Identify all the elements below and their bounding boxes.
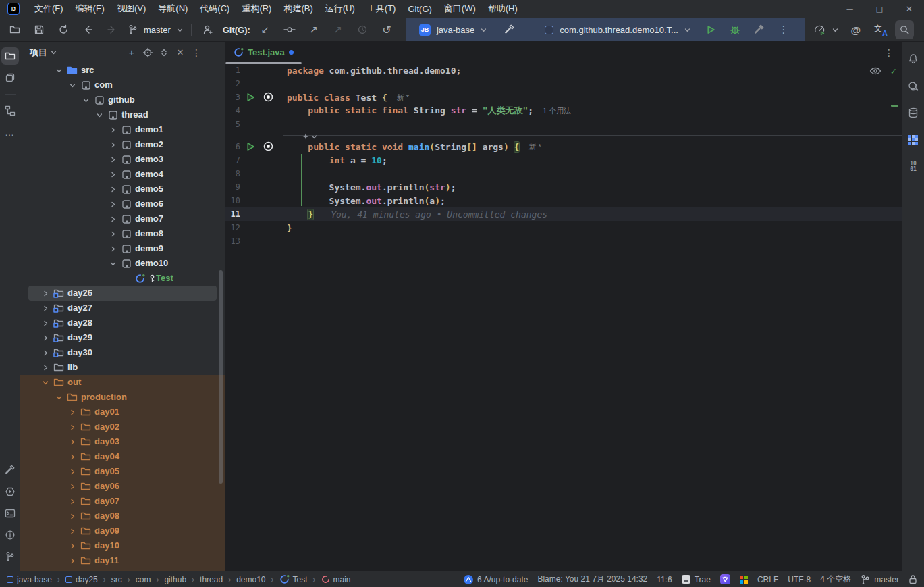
code-vision-hint[interactable]: 新 * [528,142,541,152]
chevron-down-icon[interactable] [51,49,57,55]
annotate-user-icon[interactable] [198,20,217,39]
tree-item-day07[interactable]: day07 [20,494,225,509]
menu-item[interactable]: 视图(V) [111,0,152,18]
locate-file-icon[interactable] [140,45,156,61]
tree-item-day29[interactable]: day29 [20,330,225,345]
chevron-right-icon[interactable] [67,496,77,506]
chevron-right-icon[interactable] [108,140,117,149]
git-branch[interactable]: master [861,574,899,585]
profiler-gauge-icon[interactable] [811,20,830,39]
tree-item-demo7[interactable]: demo7 [20,211,225,226]
line-ending[interactable]: CRLF [757,575,778,584]
tree-item-day26[interactable]: day26 [20,286,225,301]
tree-item-lib[interactable]: lib [20,360,225,375]
vcs-incoming-outgoing[interactable]: 6 Δ/up-to-date [464,575,528,584]
terminal-icon[interactable] [1,505,19,522]
menu-item[interactable]: 编辑(E) [70,0,111,18]
tree-item-day10[interactable]: day10 [20,538,225,553]
breadcrumb-github[interactable]: github [163,575,188,584]
mentions-icon[interactable]: @ [846,20,865,39]
chevron-right-icon[interactable] [40,303,50,313]
add-icon[interactable]: + [124,45,140,61]
settings-gear-icon[interactable]: ⚙ [919,20,924,39]
chevron-right-icon[interactable] [67,556,77,565]
git-rollback-icon[interactable]: ↺ [377,20,396,39]
tree-item-demo1[interactable]: demo1 [20,122,225,137]
run-gutter-icon[interactable] [245,141,256,152]
code-vision-hint[interactable]: 1 个用法 [543,106,571,116]
tree-item-day04[interactable]: day04 [20,449,225,464]
branch-widget[interactable]: master [124,20,187,39]
chevron-right-icon[interactable] [40,363,50,372]
plugin-purple[interactable] [720,574,730,584]
breadcrumb-thread[interactable]: thread [198,575,224,584]
git-push-icon[interactable]: ↗ [304,20,323,39]
menu-item[interactable]: Git(G) [402,0,437,18]
dependencies-icon[interactable] [904,131,922,149]
chevron-down-icon[interactable] [54,392,63,402]
ai-assistant-icon[interactable] [904,77,922,95]
indent[interactable]: 4 个空格 [820,573,851,585]
forward-icon[interactable] [103,20,121,39]
tree-item-day08[interactable]: day08 [20,509,225,524]
tree-item-day03[interactable]: day03 [20,434,225,449]
tree-item-production[interactable]: production [20,390,225,405]
tree-item-demo5[interactable]: demo5 [20,182,225,197]
tree-item-out[interactable]: out [20,375,225,390]
encoding[interactable]: UTF-8 [788,575,811,584]
git-history-icon[interactable] [353,20,372,39]
chevron-right-icon[interactable] [67,511,77,521]
project-selector[interactable]: JB java-base [415,20,491,39]
trae-widget[interactable]: Trae [682,575,711,584]
editor-options-icon[interactable]: ⋮ [884,47,894,58]
breadcrumb-test[interactable]: Test [278,574,309,584]
tree-item-src[interactable]: src [20,63,225,78]
tree-item-day30[interactable]: day30 [20,345,225,360]
run-gutter-icon[interactable] [245,92,256,103]
trae-gutter-icon[interactable] [263,141,273,151]
chevron-right-icon[interactable] [108,244,117,253]
caret-position[interactable]: 11:6 [657,575,672,584]
tree-item-github[interactable]: github [20,93,225,107]
menu-item[interactable]: 窗口(W) [438,0,482,18]
chevron-right-icon[interactable] [40,333,50,342]
translate-icon[interactable]: 文A [871,20,890,39]
tree-item-day11[interactable]: day11 [20,553,225,568]
breadcrumb-main[interactable]: main [320,575,352,584]
tree-item-demo6[interactable]: demo6 [20,197,225,211]
tree-item-day06[interactable]: day06 [20,479,225,494]
blame-widget[interactable]: Blame: You 21 7月 2025 14:32 [537,573,647,585]
chevron-right-icon[interactable] [40,288,50,298]
build-hammer-icon[interactable] [500,20,519,39]
chevron-right-icon[interactable] [40,348,50,357]
collapse-all-icon[interactable]: ✕ [172,45,188,61]
problems-icon[interactable] [1,526,19,544]
project-panel-title[interactable]: 项目 [30,47,47,59]
chevron-right-icon[interactable] [67,422,77,432]
services-icon[interactable] [1,483,19,501]
chevron-down-icon[interactable] [54,66,63,75]
chevron-right-icon[interactable] [108,229,117,238]
chevron-right-icon[interactable] [67,407,77,417]
open-folder-icon[interactable] [5,20,24,39]
menu-item[interactable]: 构建(B) [277,0,319,18]
save-icon[interactable] [30,20,49,39]
tree-item-day27[interactable]: day27 [20,301,225,315]
git-update-icon[interactable]: ↙ [256,20,275,39]
menu-item[interactable]: 导航(N) [152,0,194,18]
menu-item[interactable]: 代码(C) [194,0,236,18]
chevron-down-icon[interactable] [94,110,104,120]
chevron-down-icon[interactable] [832,27,838,33]
tree-item-thread[interactable]: thread [20,107,225,122]
tree-item-demo2[interactable]: demo2 [20,137,225,152]
more-run-options-icon[interactable]: ⋮ [774,20,793,39]
breadcrumb-com[interactable]: com [134,575,153,584]
tree-item-day02[interactable]: day02 [20,419,225,434]
chevron-right-icon[interactable] [67,452,77,461]
expand-all-icon[interactable] [156,45,172,61]
breadcrumb-demo10[interactable]: demo10 [235,575,267,584]
chevron-right-icon[interactable] [67,526,77,536]
code-editor[interactable]: ✓ 1package com.github.thread.demo10;23pu… [225,63,902,571]
tree-scrollbar[interactable] [219,270,223,484]
menu-item[interactable]: 文件(F) [28,0,70,18]
